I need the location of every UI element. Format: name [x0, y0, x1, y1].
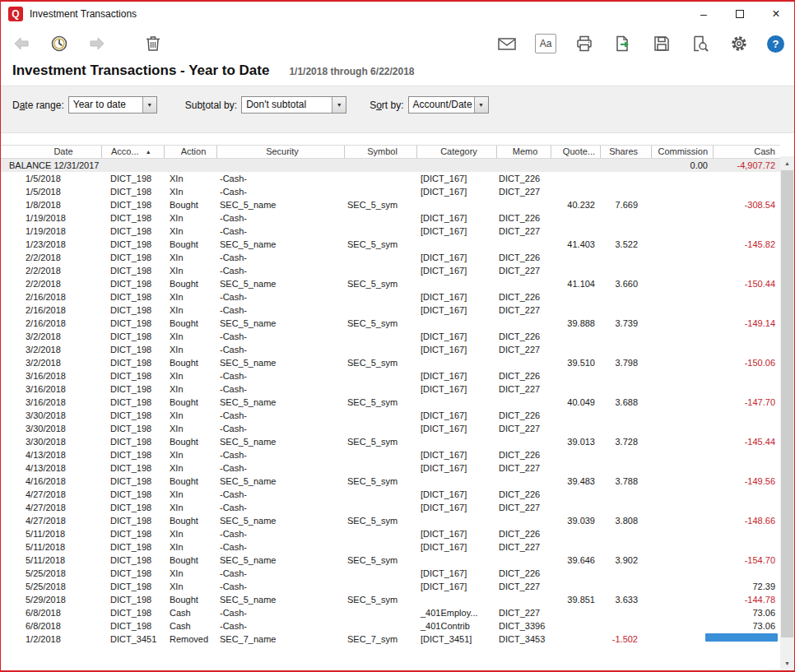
table-row[interactable]: 2/16/2018DICT_198BoughtSEC_5_nameSEC_5_s… [1, 317, 780, 330]
table-row[interactable]: 1/5/2018DICT_198XIn-Cash-[DICT_167]DICT_… [1, 172, 780, 185]
cell-security: -Cash- [216, 619, 344, 633]
fonts-icon[interactable]: Aa [535, 34, 556, 53]
toolbar: Aa [1, 26, 794, 61]
mail-icon[interactable] [496, 33, 518, 54]
print-preview-icon[interactable] [690, 33, 711, 54]
sort-group: Sort by: Account/Date ▼ [370, 96, 488, 114]
forward-icon[interactable] [86, 33, 108, 54]
table-row[interactable]: 1/5/2018DICT_198XIn-Cash-[DICT_167]DICT_… [1, 185, 780, 198]
table-row[interactable]: 3/30/2018DICT_198BoughtSEC_5_nameSEC_5_s… [1, 435, 780, 448]
column-header-memo[interactable]: Memo [496, 146, 551, 158]
table-row[interactable]: 1/8/2018DICT_198BoughtSEC_5_nameSEC_5_sy… [1, 198, 780, 211]
history-icon[interactable] [49, 33, 70, 54]
table-row[interactable]: 1/23/2018DICT_198BoughtSEC_5_nameSEC_5_s… [1, 238, 780, 251]
table-row[interactable]: 4/27/2018DICT_198XIn-Cash-[DICT_167]DICT… [1, 488, 780, 501]
cell-symbol [344, 330, 416, 343]
maximize-button[interactable] [722, 2, 758, 26]
table-row[interactable]: 3/30/2018DICT_198XIn-Cash-[DICT_167]DICT… [1, 422, 780, 435]
column-header-shares[interactable]: Shares [600, 146, 651, 158]
horizontal-scrollbar-thumb[interactable] [705, 633, 778, 642]
table-row[interactable]: 3/16/2018DICT_198XIn-Cash-[DICT_167]DICT… [1, 369, 780, 382]
column-header-symbol[interactable]: Symbol [344, 146, 416, 158]
scroll-down-icon[interactable]: ▼ [780, 656, 794, 670]
table-row[interactable]: 3/2/2018DICT_198XIn-Cash-[DICT_167]DICT_… [1, 343, 780, 356]
table-row[interactable]: 5/11/2018DICT_198XIn-Cash-[DICT_167]DICT… [1, 527, 780, 540]
cell-symbol [344, 264, 416, 277]
cell-symbol: SEC_5_sym [344, 475, 416, 488]
table-row[interactable]: 6/8/2018DICT_198Cash-Cash-_401ContribDIC… [1, 619, 780, 633]
vertical-scrollbar-thumb[interactable] [781, 170, 793, 637]
print-icon[interactable] [574, 33, 595, 54]
close-button[interactable]: × [758, 2, 794, 26]
table-row[interactable]: 2/16/2018DICT_198XIn-Cash-[DICT_167]DICT… [1, 290, 780, 304]
date-range-dropdown[interactable]: Year to date ▼ [68, 96, 157, 114]
cell-memo: DICT_226 [496, 527, 551, 540]
table-row[interactable]: 2/2/2018DICT_198BoughtSEC_5_nameSEC_5_sy… [1, 277, 780, 290]
table-row[interactable]: 4/27/2018DICT_198BoughtSEC_5_nameSEC_5_s… [1, 514, 780, 527]
save-icon[interactable] [651, 33, 672, 54]
column-header-quote[interactable]: Quote... [551, 146, 600, 158]
export-icon[interactable] [612, 33, 634, 54]
column-header-commission[interactable]: Commission [651, 146, 713, 158]
cell-action: XIn [164, 172, 216, 185]
cell-security: -Cash- [216, 225, 344, 238]
delete-icon[interactable] [142, 33, 164, 54]
cell-security: SEC_5_name [216, 317, 344, 330]
table-row[interactable]: 2/2/2018DICT_198XIn-Cash-[DICT_167]DICT_… [1, 251, 780, 264]
table-row[interactable]: 2/2/2018DICT_198XIn-Cash-[DICT_167]DICT_… [1, 264, 780, 277]
column-header-date[interactable]: Date [1, 146, 101, 158]
back-icon[interactable] [11, 33, 32, 54]
cell-shares [600, 382, 651, 396]
cell-action: XIn [164, 330, 216, 343]
table-row[interactable]: 5/29/2018DICT_198BoughtSEC_5_nameSEC_5_s… [1, 593, 780, 606]
cell-account: DICT_198 [101, 619, 164, 633]
table-row[interactable]: 4/13/2018DICT_198XIn-Cash-[DICT_167]DICT… [1, 448, 780, 461]
cell-date: 4/13/2018 [1, 461, 101, 475]
table-row[interactable]: 4/16/2018DICT_198BoughtSEC_5_nameSEC_5_s… [1, 475, 780, 488]
table-row[interactable]: 5/11/2018DICT_198XIn-Cash-[DICT_167]DICT… [1, 540, 780, 554]
table-row[interactable]: 3/2/2018DICT_198BoughtSEC_5_nameSEC_5_sy… [1, 356, 780, 369]
table-row[interactable]: 5/25/2018DICT_198XIn-Cash-[DICT_167]DICT… [1, 580, 780, 593]
table-row[interactable]: 2/16/2018DICT_198XIn-Cash-[DICT_167]DICT… [1, 304, 780, 317]
table-row[interactable]: 4/13/2018DICT_198XIn-Cash-[DICT_167]DICT… [1, 461, 780, 475]
table-row[interactable]: 3/16/2018DICT_198XIn-Cash-[DICT_167]DICT… [1, 382, 780, 396]
cell-memo: DICT_227 [496, 304, 551, 317]
help-icon[interactable]: ? [767, 35, 784, 53]
cell-date: 4/16/2018 [1, 475, 101, 488]
table-row[interactable]: 4/27/2018DICT_198XIn-Cash-[DICT_167]DICT… [1, 501, 780, 514]
table-row[interactable]: 5/25/2018DICT_198XIn-Cash-[DICT_167]DICT… [1, 567, 780, 580]
table-row[interactable]: 3/2/2018DICT_198XIn-Cash-[DICT_167]DICT_… [1, 330, 780, 343]
cell-shares: 3.660 [600, 277, 651, 290]
column-header-category[interactable]: Category [416, 146, 496, 158]
table-row[interactable]: 3/16/2018DICT_198BoughtSEC_5_nameSEC_5_s… [1, 396, 780, 409]
balance-row[interactable]: BALANCE 12/31/20170.00-4,907.72 [1, 159, 780, 172]
cell-date: 3/2/2018 [1, 330, 101, 343]
minimize-button[interactable]: – [686, 2, 722, 26]
horizontal-scrollbar[interactable] [1, 633, 780, 642]
settings-icon[interactable] [728, 33, 750, 54]
column-header-action[interactable]: Action [164, 146, 216, 158]
vertical-scrollbar[interactable]: ▲ ▼ [780, 156, 794, 670]
cell-shares: 3.728 [600, 435, 651, 448]
cell-account: DICT_198 [101, 264, 164, 277]
column-header-account[interactable]: Acco...▲ [101, 146, 164, 158]
cell-symbol: SEC_5_sym [344, 554, 416, 567]
scroll-up-icon[interactable]: ▲ [780, 156, 794, 170]
table-row[interactable]: 5/11/2018DICT_198BoughtSEC_5_nameSEC_5_s… [1, 554, 780, 567]
cell-memo [496, 238, 551, 251]
subtotal-dropdown[interactable]: Don't subtotal ▼ [241, 96, 346, 114]
cell-symbol [344, 211, 416, 225]
cell-date: 3/16/2018 [1, 396, 101, 409]
cell-commission [651, 277, 713, 290]
sort-dropdown[interactable]: Account/Date ▼ [408, 96, 489, 114]
cell-date: 5/11/2018 [1, 554, 101, 567]
cell-quote: 41.403 [551, 238, 600, 251]
cell-commission [651, 343, 713, 356]
column-header-security[interactable]: Security [216, 146, 344, 158]
cell-shares: 3.739 [600, 317, 651, 330]
column-header-cash[interactable]: Cash [713, 146, 780, 158]
table-row[interactable]: 1/19/2018DICT_198XIn-Cash-[DICT_167]DICT… [1, 211, 780, 225]
table-row[interactable]: 6/8/2018DICT_198Cash-Cash-_401Employ...D… [1, 606, 780, 619]
table-row[interactable]: 1/19/2018DICT_198XIn-Cash-[DICT_167]DICT… [1, 225, 780, 238]
table-row[interactable]: 3/30/2018DICT_198XIn-Cash-[DICT_167]DICT… [1, 409, 780, 422]
